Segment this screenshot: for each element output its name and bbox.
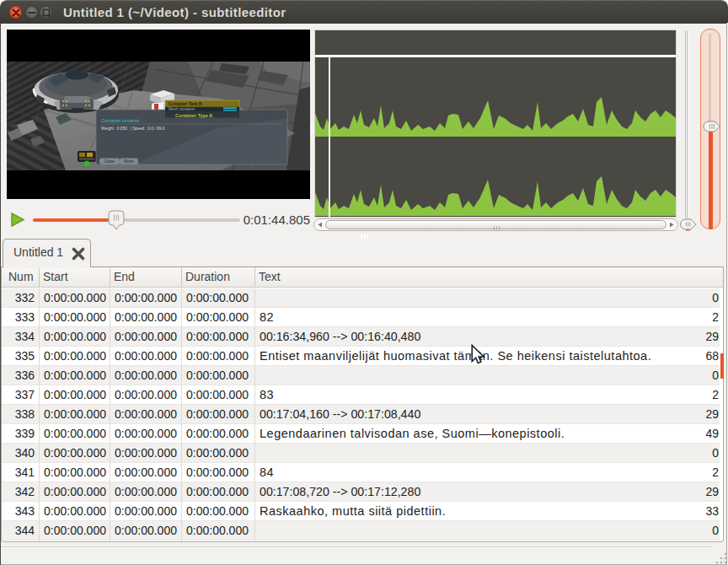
svg-text:Container Type B: Container Type B [175,113,212,118]
svg-text:Weight : 0.050 | Speed : 0.0: Weight : 0.050 | Speed : 0.0 / 99.0 [101,126,165,131]
svg-text:Move: Move [124,159,134,164]
svg-text:Close: Close [104,159,115,164]
svg-text:Container contents: Container contents [101,118,140,123]
svg-text:Container Tank B: Container Tank B [169,102,202,106]
